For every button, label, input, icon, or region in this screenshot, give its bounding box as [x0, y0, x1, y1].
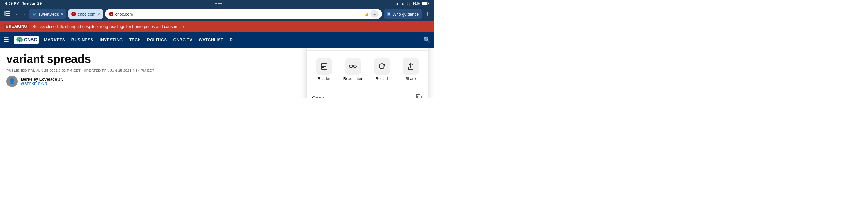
back-button[interactable]: ‹: [14, 10, 20, 18]
svg-text:N: N: [73, 13, 74, 15]
browser-chrome: ‹ › 🐦 TweetDeck ✕ N cnbc.com ✕ N cnbc.co…: [0, 7, 434, 21]
address-more-button[interactable]: ···: [370, 10, 378, 18]
reader-button[interactable]: Reader: [311, 56, 337, 83]
peacock-icon: 🦚: [16, 36, 23, 43]
dots-menu[interactable]: [215, 3, 222, 4]
status-left: 4:09 PM Tue Jun 29: [5, 1, 42, 6]
tab-who-guidance[interactable]: G Who guidance: [384, 9, 422, 19]
cnbc-logo: 🦚 CNBC: [14, 36, 39, 44]
author-handle: @BERKELEYJR: [21, 82, 63, 86]
status-bar: 4:09 PM Tue Jun 29 ▲ ▲ 🎧 92%: [0, 0, 434, 7]
battery-percent: 92%: [413, 2, 420, 5]
reader-label: Reader: [318, 76, 330, 81]
nav-watchlist[interactable]: WATCHLIST: [198, 37, 223, 42]
hamburger-menu-icon[interactable]: ☰: [4, 36, 9, 43]
svg-text:N: N: [110, 13, 112, 15]
share-icon: [403, 58, 419, 75]
reload-button[interactable]: Reload: [369, 56, 395, 83]
author-avatar: 👤: [6, 76, 18, 87]
lock-icon: 🔒: [365, 12, 369, 16]
breaking-text: Stocks close little changed despite stro…: [32, 24, 189, 29]
nav-more[interactable]: P...: [230, 37, 236, 42]
popup-card: WHO urges fully vaccinated people to c..…: [307, 48, 428, 99]
main-content: variant spreads PUBLISHED FRI, JUN 25 20…: [0, 48, 434, 99]
popup-actions: Reader Read Later: [307, 50, 428, 89]
search-tab-label: Who guidance: [392, 12, 419, 16]
wifi-icon: ▲: [401, 2, 404, 5]
reader-icon: [316, 58, 332, 75]
cnbc-nav-links: MARKETS BUSINESS INVESTING TECH POLITICS…: [44, 37, 236, 42]
author-name: Berkeley Lovelace Jr.: [21, 77, 63, 82]
address-site-favicon: N: [109, 12, 114, 16]
svg-rect-15: [417, 96, 421, 99]
signal-icon: ▲: [396, 2, 399, 5]
svg-point-13: [353, 65, 356, 68]
headphone-icon: 🎧: [406, 2, 411, 6]
nav-markets[interactable]: MARKETS: [44, 37, 65, 42]
address-bar[interactable]: N cnbc.com 🔒 ···: [105, 9, 382, 19]
reload-label: Reload: [376, 76, 388, 81]
popup-header: WHO urges fully vaccinated people to c..…: [307, 48, 428, 50]
nav-politics[interactable]: POLITICS: [147, 37, 167, 42]
nav-cnbc-tv[interactable]: CNBC TV: [173, 37, 192, 42]
tweetdeck-tab-close[interactable]: ✕: [61, 12, 63, 16]
search-icon[interactable]: 🔍: [423, 36, 430, 43]
nav-tech[interactable]: TECH: [129, 37, 141, 42]
reload-icon: [374, 58, 390, 75]
time: 4:09 PM: [5, 1, 20, 6]
nav-business[interactable]: BUSINESS: [71, 37, 93, 42]
forward-button[interactable]: ›: [21, 10, 27, 18]
cnbc-nav: ☰ 🦚 CNBC MARKETS BUSINESS INVESTING TECH…: [0, 32, 434, 48]
svg-rect-0: [4, 11, 6, 15]
read-later-label: Read Later: [343, 76, 362, 81]
read-later-button[interactable]: Read Later: [340, 56, 366, 83]
svg-rect-2: [6, 13, 10, 14]
date: Tue Jun 29: [22, 1, 42, 6]
address-bar-popup: WHO urges fully vaccinated people to c..…: [307, 48, 428, 99]
copy-row: Copy: [307, 89, 428, 99]
copy-label: Copy: [312, 95, 324, 99]
battery-icon: [422, 2, 429, 5]
tweetdeck-favicon: 🐦: [32, 12, 36, 16]
breaking-label: BREAKING: [4, 24, 29, 29]
cnbc-tab-label: cnbc.com: [78, 12, 96, 16]
article-headline: variant spreads: [6, 53, 197, 65]
share-button[interactable]: Share: [398, 56, 424, 83]
sidebar-toggle-button[interactable]: [3, 10, 12, 18]
google-favicon: G: [387, 12, 391, 16]
address-domain: cnbc.com: [115, 12, 363, 16]
share-label: Share: [405, 76, 415, 81]
breaking-banner: BREAKING Stocks close little changed des…: [0, 21, 434, 32]
nav-investing[interactable]: INVESTING: [100, 37, 123, 42]
cnbc-favicon: N: [71, 12, 76, 16]
cnbc-text: CNBC: [24, 37, 37, 42]
status-right: ▲ ▲ 🎧 92%: [396, 2, 429, 6]
svg-point-12: [349, 65, 353, 68]
read-later-icon: [345, 58, 361, 75]
author-info: Berkeley Lovelace Jr. @BERKELEYJR: [21, 77, 63, 86]
tab-cnbc[interactable]: N cnbc.com ✕: [68, 9, 103, 19]
add-tab-button[interactable]: +: [424, 9, 431, 19]
svg-rect-3: [6, 15, 10, 15]
tab-tweetdeck[interactable]: 🐦 TweetDeck ✕: [29, 9, 66, 19]
cnbc-tab-close[interactable]: ✕: [97, 12, 100, 16]
copy-icon[interactable]: [415, 93, 423, 99]
tweetdeck-tab-label: TweetDeck: [38, 12, 59, 16]
svg-rect-1: [6, 11, 10, 12]
